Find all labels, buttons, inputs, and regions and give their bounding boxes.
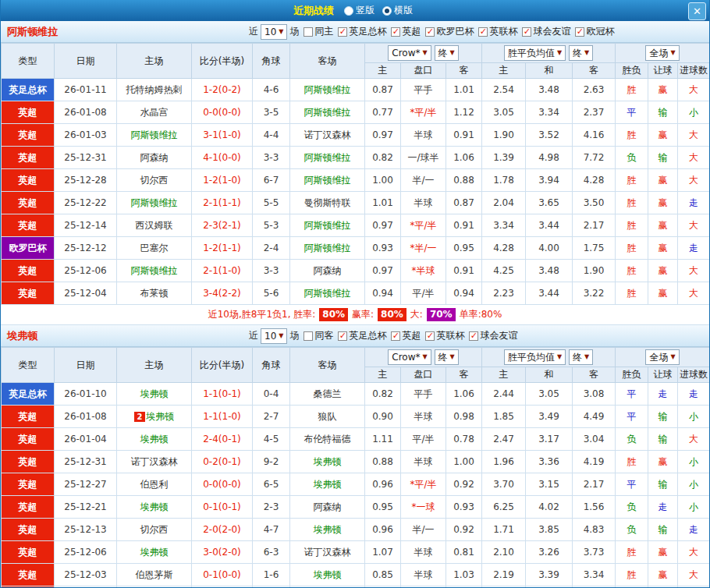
- checkbox-checked-icon: ✓: [469, 331, 478, 341]
- match-count-select[interactable]: 10 ▼: [261, 24, 287, 40]
- odds-home: 0.82: [365, 383, 401, 406]
- filter-同主[interactable]: 同主: [304, 25, 333, 38]
- odds-home: 1.07: [365, 541, 401, 564]
- result-outcome: 负: [616, 428, 648, 451]
- match-date: 25-12-28: [55, 169, 117, 192]
- corners: 2-7: [253, 406, 290, 428]
- avg-home: 2.44: [482, 383, 526, 406]
- scope-select[interactable]: 全场 ▼: [645, 45, 679, 61]
- competition-filters: 同主✓英足总杯✓英超✓欧罗巴杯✓英联杯✓球会友谊✓欧冠杯: [301, 25, 616, 38]
- avg-draw: 4.00: [526, 237, 573, 260]
- score: 1-2(1-0): [192, 169, 253, 192]
- scope-select[interactable]: 全场 ▼: [645, 349, 679, 365]
- col-corner: 角球: [253, 44, 290, 79]
- col-odds-away: 客: [446, 63, 482, 79]
- match-row: 英足总杯26-01-11托特纳姆热刺1-2(0-2)4-6阿斯顿维拉0.87平手…: [2, 79, 710, 101]
- handicap-line: *平/半: [401, 214, 446, 237]
- odds-time-value: 终: [438, 351, 448, 364]
- filter-同客[interactable]: 同客: [304, 329, 333, 342]
- type-badge: 英足总杯: [2, 79, 55, 101]
- match-row: 英超26-01-03阿斯顿维拉3-1(1-0)4-4诺丁汉森林0.97半球0.9…: [2, 124, 710, 147]
- result-goals: 走: [678, 192, 710, 214]
- col-type: 类型: [2, 348, 55, 383]
- home-team: 布莱顿: [117, 282, 192, 305]
- chevron-down-icon: ▼: [584, 354, 589, 360]
- chevron-down-icon: ▼: [279, 29, 283, 35]
- vertical-layout-radio[interactable]: 竖版: [344, 4, 375, 17]
- match-date: 25-12-21: [55, 496, 117, 519]
- col-result: 胜负: [616, 367, 648, 383]
- filter-英足总杯[interactable]: ✓英足总杯: [338, 25, 386, 38]
- avg-away: 2.17: [573, 473, 616, 496]
- corners: 6-7: [253, 169, 290, 192]
- filter-欧罗巴杯[interactable]: ✓欧罗巴杯: [425, 25, 474, 38]
- avg-home: 1.71: [482, 519, 526, 541]
- result-goals: 大: [678, 428, 710, 451]
- result-handicap: 输: [648, 519, 678, 541]
- handicap-line: 半球: [401, 406, 446, 428]
- filter-英超[interactable]: ✓英超: [391, 25, 421, 38]
- type-badge: 英超: [2, 101, 55, 124]
- matches-table: 类型 日期 主场 比分(半场) 角球 客场 Crow* ▼ 终 ▼: [1, 347, 710, 588]
- close-button[interactable]: ✕: [688, 2, 706, 20]
- scope-value: 全场: [649, 47, 668, 60]
- filter-label: 英足总杯: [349, 329, 386, 342]
- filter-英足总杯[interactable]: ✓英足总杯: [338, 329, 386, 342]
- filter-英联杯[interactable]: ✓英联杯: [425, 329, 464, 342]
- horizontal-layout-radio[interactable]: 横版: [382, 4, 413, 17]
- score: 1-2(0-2): [192, 79, 253, 101]
- matches-label: 场: [289, 25, 299, 38]
- odds-company-select[interactable]: Crow* ▼: [388, 45, 431, 61]
- result-handicap: 赢: [648, 237, 678, 260]
- filter-英联杯[interactable]: ✓英联杯: [478, 25, 517, 38]
- col-goals-result: 进球数: [678, 367, 710, 383]
- type-badge: 英超: [2, 496, 55, 519]
- avg-home: 1.39: [482, 147, 526, 169]
- matches-table: 类型 日期 主场 比分(半场) 角球 客场 Crow* ▼ 终 ▼: [1, 43, 710, 305]
- score: 3-1(1-0): [192, 124, 253, 147]
- handicap-group-header: Crow* ▼ 终 ▼: [365, 348, 482, 367]
- average-group-header: 胜平负均值 ▼ 终 ▼: [482, 44, 616, 63]
- avg-time-select[interactable]: 终 ▼: [569, 45, 593, 61]
- avg-type-select[interactable]: 胜平负均值 ▼: [504, 349, 566, 365]
- filter-英超[interactable]: ✓英超: [391, 329, 421, 342]
- result-handicap: 赢: [648, 192, 678, 214]
- odds-home: 0.77: [365, 101, 401, 124]
- type-badge: 英超: [2, 451, 55, 473]
- handicap-group-header: Crow* ▼ 终 ▼: [365, 44, 482, 63]
- odds-away: 1.03: [446, 564, 482, 586]
- filter-label: 英超: [402, 25, 421, 38]
- match-row: 英超25-12-04布莱顿3-4(2-2)5-6阿斯顿维拉0.94平/半0.94…: [2, 282, 710, 305]
- odds-company-select[interactable]: Crow* ▼: [388, 349, 431, 365]
- score: 2-1(1-1): [192, 192, 253, 214]
- avg-type-select[interactable]: 胜平负均值 ▼: [504, 45, 566, 61]
- filter-球会友谊[interactable]: ✓球会友谊: [469, 329, 517, 342]
- avg-draw: 3.26: [526, 541, 573, 564]
- odds-away: 0.93: [446, 496, 482, 519]
- col-avg-draw: 和: [526, 367, 573, 383]
- match-date: 26-01-10: [55, 383, 117, 406]
- col-avg-home: 主: [482, 63, 526, 79]
- filter-球会友谊[interactable]: ✓球会友谊: [522, 25, 570, 38]
- close-icon: ✕: [693, 5, 701, 17]
- filter-欧冠杯[interactable]: ✓欧冠杯: [575, 25, 614, 38]
- handicap-rate-badge: 80%: [378, 308, 406, 321]
- col-corner: 角球: [253, 348, 290, 383]
- corners: 5-3: [253, 214, 290, 237]
- avg-draw: 3.94: [526, 169, 573, 192]
- match-date: 25-12-06: [55, 541, 117, 564]
- avg-time-select[interactable]: 终 ▼: [569, 349, 593, 365]
- result-outcome: 胜: [616, 282, 648, 305]
- odds-time-select[interactable]: 终 ▼: [435, 349, 459, 365]
- handicap-line: 半球: [401, 541, 446, 564]
- home-team: 诺丁汉森林: [117, 451, 192, 473]
- near-label: 近: [249, 25, 258, 38]
- handicap-line: *半球: [401, 260, 446, 282]
- home-team: 托特纳姆热刺: [117, 79, 192, 101]
- odds-time-select[interactable]: 终 ▼: [435, 45, 459, 61]
- avg-away: 1.56: [573, 496, 616, 519]
- col-handicap-result: 让球: [648, 367, 678, 383]
- average-group-header: 胜平负均值 ▼ 终 ▼: [482, 348, 616, 367]
- match-count-select[interactable]: 10 ▼: [261, 328, 287, 344]
- result-goals: 走: [678, 383, 710, 406]
